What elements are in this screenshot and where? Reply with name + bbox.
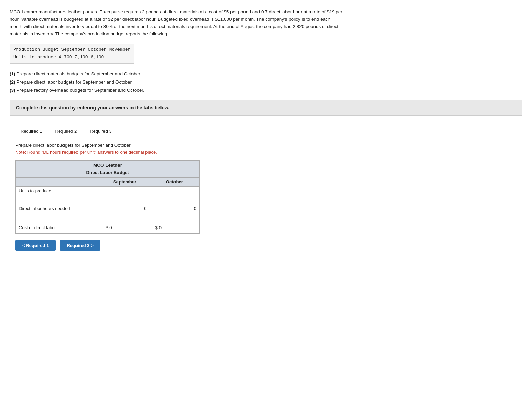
row-empty-2 (16, 213, 199, 222)
value-dl-hours-oct: 0 (150, 204, 199, 213)
units-sep-input[interactable] (100, 187, 149, 195)
dollar-sign-oct: $ (155, 225, 158, 230)
row-dl-hours: Direct labor hours needed 0 0 (16, 204, 199, 213)
input-units-sep[interactable] (100, 187, 150, 195)
nav-buttons: < Required 1 Required 3 > (15, 240, 517, 251)
budget-table-container: MCO Leather Direct Labor Budget Septembe… (15, 160, 200, 234)
value-cost-dl-oct: $ 0 (150, 222, 199, 234)
production-budget-table: Production Budget September October Nove… (10, 44, 134, 63)
empty-label-1 (16, 195, 100, 204)
tab-required-2[interactable]: Required 2 (49, 126, 84, 137)
label-cost-dl: Cost of direct labor (16, 222, 100, 234)
label-dl-hours: Direct labor hours needed (16, 204, 100, 213)
value-cost-dl-sep: $ 0 (100, 222, 150, 234)
next-button[interactable]: Required 3 > (60, 240, 100, 251)
tab-description: Prepare direct labor budgets for Septemb… (15, 143, 517, 148)
instruction-1: (1) Prepare direct materials budgets for… (10, 70, 522, 78)
empty-oct-1-input[interactable] (150, 195, 199, 204)
cost-dl-oct-value: 0 (159, 225, 162, 230)
input-units-oct[interactable] (150, 187, 199, 195)
empty-input-oct-1[interactable] (150, 195, 199, 204)
instruction-3: (3) Prepare factory overhead budgets for… (10, 86, 522, 94)
prod-table-row: Units to produce 4,700 7,100 6,100 (13, 54, 130, 61)
row-empty-1 (16, 195, 199, 204)
budget-table-title: Direct Labor Budget (16, 169, 199, 177)
label-units-to-produce: Units to produce (16, 187, 100, 195)
row-units-to-produce: Units to produce (16, 187, 199, 195)
empty-input-oct-2[interactable] (150, 213, 199, 222)
dollar-sign-sep: $ (106, 225, 108, 230)
units-oct-input[interactable] (150, 187, 199, 195)
tab-content: Prepare direct labor budgets for Septemb… (10, 137, 522, 259)
instructions-list: (1) Prepare direct materials budgets for… (10, 70, 522, 95)
tab-note: Note: Round "DL hours required per unit"… (15, 150, 517, 155)
tabs-section: Required 1 Required 2 Required 3 Prepare… (10, 122, 522, 259)
empty-input-sep-1[interactable] (100, 195, 150, 204)
budget-table: September October Units to produce (16, 177, 199, 234)
cost-dl-sep-value: 0 (109, 225, 112, 230)
prev-button[interactable]: < Required 1 (15, 240, 56, 251)
empty-input-sep-2[interactable] (100, 213, 150, 222)
intro-text: MCO Leather manufactures leather purses.… (10, 8, 344, 38)
instruction-2: (2) Prepare direct labor budgets for Sep… (10, 78, 522, 86)
tabs-row: Required 1 Required 2 Required 3 (10, 122, 522, 137)
row-cost-dl: Cost of direct labor $ 0 $ 0 (16, 222, 199, 234)
tab-required-1[interactable]: Required 1 (14, 126, 49, 137)
col-header-oct: October (150, 178, 199, 187)
empty-oct-2-input[interactable] (150, 213, 199, 222)
complete-box: Complete this question by entering your … (10, 100, 522, 116)
empty-label-2 (16, 213, 100, 222)
prod-table-header: Production Budget September October Nove… (13, 46, 130, 54)
col-header-sep: September (100, 178, 150, 187)
budget-table-company: MCO Leather (16, 161, 199, 169)
empty-sep-1-input[interactable] (100, 195, 149, 204)
col-header-label (16, 178, 100, 187)
tab-required-3[interactable]: Required 3 (83, 126, 118, 137)
empty-sep-2-input[interactable] (100, 213, 149, 222)
value-dl-hours-sep: 0 (100, 204, 150, 213)
